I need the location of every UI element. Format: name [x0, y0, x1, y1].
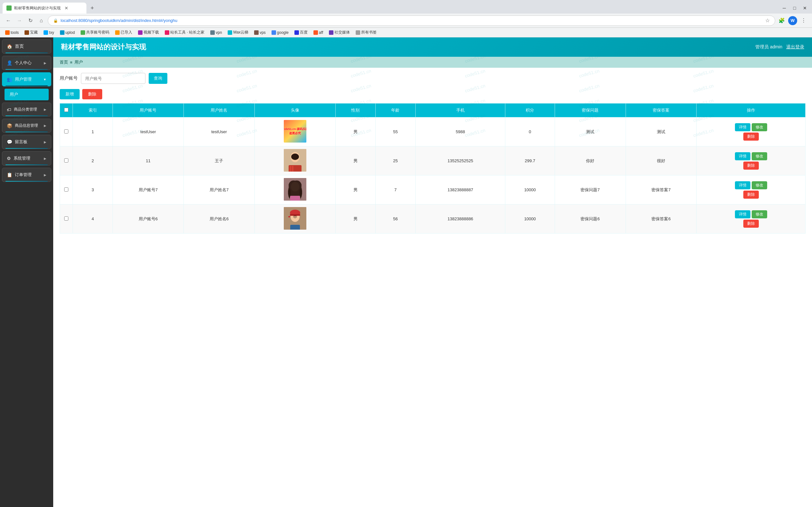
sidebar-product-cat-label: 商品分类管理 — [14, 107, 44, 112]
row4-check[interactable] — [64, 216, 68, 221]
row3-edit-btn[interactable]: 修改 — [752, 181, 767, 189]
profile-icon[interactable]: W — [788, 16, 797, 25]
row3-detail-btn[interactable]: 详情 — [735, 181, 750, 189]
row2-detail-btn[interactable]: 详情 — [735, 152, 750, 160]
row1-gender: 男 — [335, 117, 375, 147]
avatar-gradient: code51.cn-源码乐园盗图必究 — [284, 120, 306, 143]
svg-rect-14 — [290, 225, 300, 230]
search-button[interactable]: 查询 — [149, 73, 167, 84]
url-lock-icon: 🔒 — [53, 18, 58, 23]
maximize-button[interactable]: □ — [790, 4, 799, 13]
row4-index: 4 — [73, 205, 113, 233]
bookmark-video-dl[interactable]: 视频下载 — [135, 29, 162, 36]
bookmark-vps-label: vps — [259, 30, 266, 35]
sidebar: 🏠 首页 👤 个人中心 ▶ 👥 用户管理 ▼ 用户 — [0, 38, 53, 507]
forward-button[interactable]: → — [15, 16, 24, 25]
svg-point-5 — [291, 154, 299, 160]
home-button[interactable]: ⌂ — [37, 16, 46, 25]
bookmark-maxvpn[interactable]: Max云梯 — [225, 29, 251, 36]
breadcrumb-home[interactable]: 首页 — [60, 59, 68, 65]
row4-name: 用户姓名6 — [183, 205, 254, 233]
refresh-button[interactable]: ↻ — [26, 16, 35, 25]
row2-name: 王子 — [183, 147, 254, 175]
row3-checkbox[interactable] — [60, 175, 73, 205]
sidebar-personal-label: 个人中心 — [15, 60, 44, 66]
row4-detail-btn[interactable]: 详情 — [735, 210, 750, 218]
bookmark-aff[interactable]: aff — [311, 30, 326, 36]
close-button[interactable]: ✕ — [800, 4, 809, 13]
bookmark-baozang[interactable]: 宝藏 — [22, 29, 40, 36]
row3-answer: 密保答案7 — [626, 175, 697, 205]
row2-edit-btn[interactable]: 修改 — [752, 152, 767, 160]
sidebar-item-message[interactable]: 💬 留言板 ▶ — [2, 135, 51, 149]
bookmark-txy-icon — [44, 30, 48, 35]
row1-avatar: code51.cn-源码乐园盗图必究 — [254, 117, 335, 147]
row1-delete-btn[interactable]: 删除 — [743, 132, 759, 140]
row1-checkbox[interactable] — [60, 117, 73, 147]
bookmark-vps[interactable]: vps — [251, 30, 268, 36]
add-button[interactable]: 新增 — [60, 89, 80, 99]
menu-icon[interactable]: ⋮ — [799, 16, 808, 25]
minimize-button[interactable]: ─ — [780, 4, 789, 13]
bookmark-video-dl-label: 视频下载 — [143, 30, 159, 35]
url-bar[interactable]: 🔒 localhost:8080/springbootuidkm/admin/d… — [48, 15, 775, 26]
bookmark-vpn[interactable]: vpn — [208, 30, 224, 36]
svg-rect-13 — [288, 216, 290, 217]
row1-edit-btn[interactable]: 修改 — [752, 123, 767, 131]
sidebar-item-home[interactable]: 🏠 首页 — [2, 39, 51, 54]
col-ops: 操作 — [697, 104, 806, 117]
row2-checkbox[interactable] — [60, 147, 73, 175]
home-icon: 🏠 — [7, 44, 12, 49]
search-input[interactable] — [81, 73, 146, 84]
browser-tab[interactable]: 鞋材零售网站的设计与实现 ✕ — [3, 3, 86, 13]
row3-delete-btn[interactable]: 删除 — [743, 190, 759, 199]
sidebar-item-system[interactable]: ⚙ 系统管理 ▶ — [2, 151, 51, 165]
logout-button[interactable]: 退出登录 — [786, 44, 804, 50]
sidebar-item-user-mgmt[interactable]: 👥 用户管理 ▼ — [2, 72, 51, 87]
search-bar: 用户账号 查询 — [60, 73, 806, 84]
new-tab-button[interactable]: + — [88, 4, 97, 13]
bookmark-social[interactable]: 社交媒体 — [326, 29, 352, 36]
sidebar-item-product-cat[interactable]: 🏷 商品分类管理 ▶ — [2, 103, 51, 116]
chevron-right-icon3: ▶ — [44, 124, 47, 127]
sidebar-sub-item-user[interactable]: 用户 — [4, 89, 49, 100]
bookmark-google[interactable]: google — [269, 30, 291, 36]
table-row: 1 testUser testUser code51.cn-源码乐园盗图必究 男… — [60, 117, 806, 147]
row4-answer: 密保答案6 — [626, 205, 697, 233]
row1-phone: 5988 — [415, 117, 505, 147]
sidebar-item-product-info[interactable]: 📦 商品信息管理 ▶ — [2, 119, 51, 132]
row4-delete-btn[interactable]: 删除 — [743, 220, 759, 228]
avatar-photo2 — [284, 178, 306, 201]
row3-ops: 详情 修改 删除 — [697, 175, 806, 205]
row1-detail-btn[interactable]: 详情 — [735, 123, 750, 131]
bookmark-tools-label: tools — [11, 30, 19, 35]
row4-account: 用户账号6 — [113, 205, 184, 233]
row2-check[interactable] — [64, 158, 68, 163]
row4-checkbox[interactable] — [60, 205, 73, 233]
bookmark-webmaster-icon — [165, 30, 169, 35]
sidebar-item-personal[interactable]: 👤 个人中心 ▶ — [2, 56, 51, 70]
back-button[interactable]: ← — [4, 16, 13, 25]
bookmark-tools[interactable]: tools — [3, 30, 21, 36]
bookmark-all[interactable]: 所有书签 — [353, 29, 379, 36]
row2-delete-btn[interactable]: 删除 — [743, 162, 759, 170]
bookmark-imported[interactable]: 已导入 — [113, 29, 135, 36]
bookmark-aff-label: aff — [319, 30, 323, 35]
row3-check[interactable] — [64, 187, 68, 191]
breadcrumb-separator: ≡ — [70, 60, 72, 65]
sidebar-item-order[interactable]: 📋 订单管理 ▶ — [2, 168, 51, 182]
bookmark-star-icon[interactable]: ☆ — [765, 17, 770, 23]
select-all-checkbox[interactable] — [64, 108, 68, 112]
chevron-right-icon4: ▶ — [44, 140, 47, 144]
bookmark-shared-pwd[interactable]: 共享账号密码 — [78, 29, 112, 36]
delete-button[interactable]: 删除 — [82, 89, 102, 99]
col-phone: 手机 — [415, 104, 505, 117]
row1-check[interactable] — [64, 129, 68, 133]
bookmark-baidu[interactable]: 百度 — [292, 29, 310, 36]
bookmark-uplod[interactable]: uplod — [57, 30, 77, 36]
bookmark-webmaster[interactable]: 站长工具 · 站长之家 — [162, 29, 207, 36]
extensions-icon[interactable]: 🧩 — [777, 16, 786, 25]
tab-close-icon[interactable]: ✕ — [64, 5, 68, 11]
bookmark-txy[interactable]: txy — [41, 30, 56, 36]
row4-edit-btn[interactable]: 修改 — [752, 210, 767, 218]
